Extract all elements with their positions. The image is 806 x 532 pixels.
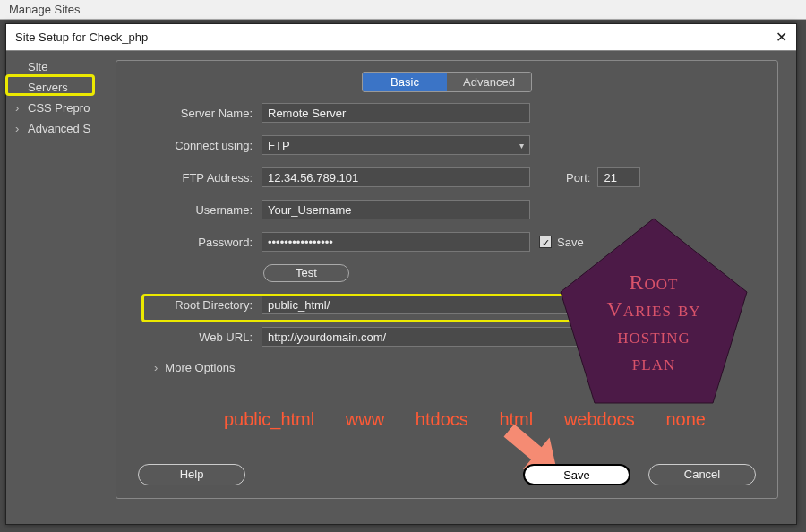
nav-item-site[interactable]: Site [6,56,98,77]
server-name-label: Server Name: [138,107,253,120]
root-examples-annotation: public_html www htdocs html webdocs none [224,409,706,430]
server-form-panel: Basic Advanced Server Name: Connect usin… [98,51,796,524]
server-name-input[interactable] [262,103,530,123]
example-item: none [665,409,706,430]
nav-item-advanced-settings[interactable]: Advanced S [6,118,98,139]
tab-advanced[interactable]: Advanced [447,73,531,91]
site-setup-dialog: Site Setup for Check_php ✕ Site Servers … [5,23,797,525]
web-url-label: Web URL: [138,330,253,344]
example-item: webdocs [564,409,635,430]
dialog-title: Site Setup for Check_php [15,30,148,44]
port-label: Port: [566,171,590,184]
basic-advanced-tabs: Basic Advanced [362,72,532,92]
pentagon-text: Root Varies by hosting plan [555,269,752,376]
manage-sites-title: Manage Sites [0,0,806,20]
example-item: public_html [224,409,314,430]
dialog-titlebar: Site Setup for Check_php ✕ [6,24,796,51]
example-item: www [346,409,384,430]
tab-basic[interactable]: Basic [363,73,447,91]
connect-using-value: FTP [268,139,290,152]
connect-using-select[interactable]: FTP ▾ [262,135,530,155]
close-icon[interactable]: ✕ [776,29,787,46]
dialog-button-row: Help Save Cancel [138,464,756,485]
cancel-button[interactable]: Cancel [648,464,756,485]
port-input[interactable] [597,167,640,187]
web-url-input[interactable] [262,327,602,347]
save-password-checkbox[interactable]: ✓ [539,236,552,248]
help-button[interactable]: Help [138,464,245,485]
test-button[interactable]: Test [263,264,349,282]
example-item: htdocs [416,409,468,430]
username-input[interactable] [262,200,530,219]
category-nav: Site Servers CSS Prepro Advanced S [6,51,98,524]
pentagon-callout-annotation: Root Varies by hosting plan [555,215,752,407]
chevron-down-icon: ▾ [519,141,524,150]
ftp-address-input[interactable] [262,167,530,187]
root-directory-input[interactable] [262,295,602,314]
root-directory-label: Root Directory: [138,298,253,312]
save-button[interactable]: Save [523,464,630,485]
ftp-address-label: FTP Address: [138,171,253,184]
nav-item-css-preprocessors[interactable]: CSS Prepro [6,98,98,118]
connect-using-label: Connect using: [138,139,253,152]
nav-item-servers[interactable]: Servers [6,77,98,98]
username-label: Username: [138,203,253,217]
password-label: Password: [138,236,253,249]
password-input[interactable] [262,232,530,252]
